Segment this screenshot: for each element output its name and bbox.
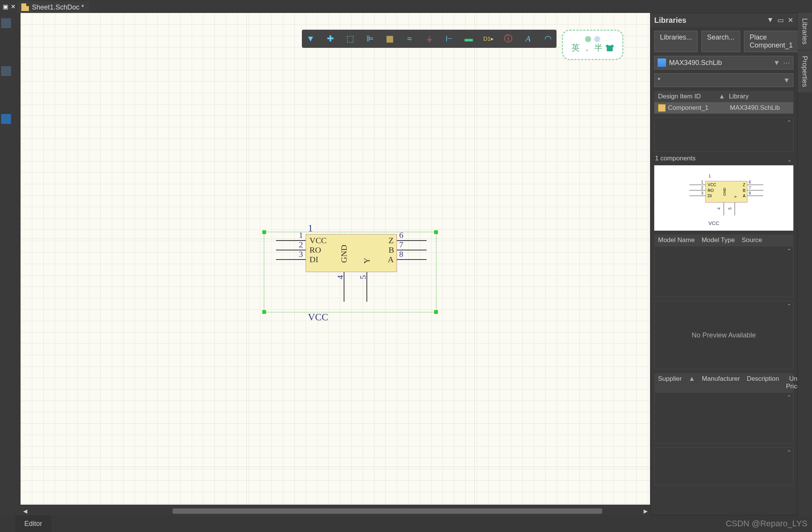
collapse-icon[interactable]: ⌃ bbox=[787, 119, 791, 125]
chip-icon[interactable]: ▦ bbox=[384, 33, 395, 44]
search-button[interactable]: Search... bbox=[701, 31, 740, 52]
selection-handle-se[interactable] bbox=[434, 310, 438, 314]
pin-8-line[interactable] bbox=[397, 259, 427, 260]
svg-text:VCC: VCC bbox=[708, 182, 717, 187]
component-designator[interactable]: 1 bbox=[308, 223, 313, 234]
bus-icon[interactable]: ▬ bbox=[463, 33, 474, 44]
panel-pin-icon[interactable]: ▭ bbox=[777, 16, 784, 24]
selection-handle-sw[interactable] bbox=[262, 310, 266, 314]
close-prev-icon[interactable]: ✕ bbox=[11, 3, 16, 10]
libraries-button[interactable]: Libraries... bbox=[654, 31, 698, 52]
panel-dropdown-icon[interactable]: ▼ bbox=[767, 16, 774, 24]
libraries-panel: Libraries ▼ ▭ ✕ Libraries... Search... P… bbox=[650, 13, 798, 515]
place-component-button[interactable]: Place Component_1 bbox=[744, 31, 798, 52]
left-tool-2[interactable] bbox=[1, 66, 11, 76]
tab-libraries[interactable]: Libraries bbox=[798, 13, 812, 50]
col-library-header[interactable]: Library bbox=[729, 93, 790, 100]
svg-text:B: B bbox=[743, 188, 745, 193]
model-source-col[interactable]: Source bbox=[742, 236, 762, 244]
tab-properties[interactable]: Properties bbox=[798, 51, 812, 92]
svg-text:Y: Y bbox=[733, 195, 737, 198]
collapse-icon[interactable]: ⌃ bbox=[787, 394, 791, 400]
svg-text:RO: RO bbox=[708, 188, 714, 193]
pin-5-name: Y bbox=[362, 258, 372, 264]
align-icon[interactable]: ⊫ bbox=[365, 33, 375, 44]
sort-icon[interactable]: ▲ bbox=[719, 93, 725, 100]
schematic-canvas[interactable]: ▼ ✚ ⬚ ⊫ ▦ ≈ ⏚ ⊢ ▬ D1▸ ⓘ A ◠ 英 ， 半 bbox=[21, 13, 650, 505]
model-name-col[interactable]: Model Name bbox=[658, 236, 695, 244]
part-icon[interactable]: D1▸ bbox=[483, 33, 494, 44]
component-count: 1 components bbox=[655, 155, 793, 162]
pin-icon[interactable]: ⊢ bbox=[444, 33, 454, 44]
supplier-col[interactable]: Supplier bbox=[658, 375, 682, 390]
component-ref-label[interactable]: VCC bbox=[308, 312, 328, 323]
scroll-left-icon[interactable]: ◀ bbox=[21, 507, 29, 515]
scrollbar-thumb[interactable] bbox=[173, 508, 602, 514]
desc-col[interactable]: Description bbox=[747, 375, 779, 390]
pin-1-name: VCC bbox=[309, 236, 327, 245]
ground-icon[interactable]: ⏚ bbox=[424, 33, 435, 44]
pin-3-name: DI bbox=[309, 255, 318, 264]
document-tab-label: Sheet1.SchDoc * bbox=[32, 3, 84, 11]
right-tab-strip: Libraries Properties bbox=[798, 13, 812, 515]
row-item-id: Component_1 bbox=[668, 104, 728, 112]
svg-text:4: 4 bbox=[717, 207, 721, 210]
ime-badge[interactable]: 英 ， 半 bbox=[562, 30, 623, 60]
text-icon[interactable]: A bbox=[523, 33, 533, 44]
horizontal-scrollbar[interactable]: ◀ ▶ bbox=[21, 507, 650, 515]
document-icon bbox=[21, 3, 29, 11]
pin-2-num: 2 bbox=[299, 240, 303, 250]
mfr-col[interactable]: Manufacturer bbox=[702, 375, 740, 390]
pin-3-line[interactable] bbox=[276, 259, 306, 260]
extra-box: ⌃ bbox=[654, 447, 793, 485]
collapse-icon[interactable]: ⌃ bbox=[787, 303, 791, 309]
collapse-icon[interactable]: ⌃ bbox=[787, 248, 791, 254]
arc-icon[interactable]: ◠ bbox=[542, 33, 553, 44]
preview-ref-label: VCC bbox=[709, 220, 720, 226]
left-tool-selected[interactable] bbox=[1, 114, 11, 124]
pin-8-num: 8 bbox=[399, 249, 403, 259]
svg-text:3: 3 bbox=[701, 191, 703, 195]
select-icon[interactable]: ⬚ bbox=[345, 33, 355, 44]
document-tab-bar: ▣ ✕ Sheet1.SchDoc * bbox=[0, 0, 812, 13]
library-selector-label: MAX3490.SchLib bbox=[669, 59, 770, 67]
filter-icon[interactable]: ▼ bbox=[305, 33, 316, 44]
library-selector[interactable]: MAX3490.SchLib ▼ ⋯ bbox=[654, 56, 793, 70]
svg-text:A: A bbox=[743, 193, 746, 198]
panel-close-icon[interactable]: ✕ bbox=[788, 16, 793, 24]
selection-handle-ne[interactable] bbox=[434, 230, 438, 234]
panel-controls: ▼ ▭ ✕ bbox=[767, 16, 793, 24]
component-table-row[interactable]: Component_1 MAX3490.SchLib bbox=[654, 102, 793, 114]
pin-6-num: 6 bbox=[399, 230, 403, 240]
net-icon[interactable]: ≈ bbox=[404, 33, 415, 44]
selection-handle-nw[interactable] bbox=[262, 230, 266, 234]
libraries-panel-title: Libraries bbox=[654, 16, 686, 25]
libraries-button-row: Libraries... Search... Place Component_1 bbox=[650, 27, 797, 56]
svg-text:1: 1 bbox=[701, 180, 703, 184]
collapse-icon[interactable]: ⌃ bbox=[787, 449, 791, 455]
more-icon[interactable]: ⋯ bbox=[783, 59, 790, 67]
document-tab[interactable]: Sheet1.SchDoc * bbox=[18, 2, 89, 13]
info-icon[interactable]: ⓘ bbox=[503, 33, 514, 44]
pin-4-num: 4 bbox=[335, 275, 345, 279]
scroll-right-icon[interactable]: ▶ bbox=[642, 507, 649, 515]
sort-icon[interactable]: ▲ bbox=[688, 375, 695, 390]
model-type-col[interactable]: Model Type bbox=[701, 236, 735, 244]
no-preview-text: No Preview Available bbox=[692, 331, 756, 339]
col-design-header[interactable]: Design Item ID bbox=[658, 93, 719, 100]
pin-icon[interactable]: ▣ bbox=[3, 3, 8, 10]
left-tool-1[interactable] bbox=[1, 18, 11, 28]
editor-tab[interactable]: Editor bbox=[15, 515, 51, 532]
collapse-icon[interactable]: ⌃ bbox=[787, 159, 792, 165]
move-icon[interactable]: ✚ bbox=[325, 33, 336, 44]
pin-4-name: GND bbox=[339, 245, 349, 263]
tab-prev-controls[interactable]: ▣ ✕ bbox=[0, 0, 18, 13]
ime-dot-icon-2 bbox=[594, 36, 600, 42]
library-icon bbox=[658, 59, 666, 67]
component-preview: 1VCC 2RO 3DI 6Z 7B 8A 4GND 5Y 1 VCC ⌃ bbox=[654, 165, 793, 231]
chevron-down-icon: ▼ bbox=[773, 59, 780, 67]
pin-7-num: 7 bbox=[399, 240, 403, 250]
filter-input[interactable]: * ▼ bbox=[654, 73, 793, 87]
watermark-text: CSDN @Reparo_LYS bbox=[726, 519, 807, 529]
floating-toolbar: ▼ ✚ ⬚ ⊫ ▦ ≈ ⏚ ⊢ ▬ D1▸ ⓘ A ◠ bbox=[302, 30, 557, 48]
